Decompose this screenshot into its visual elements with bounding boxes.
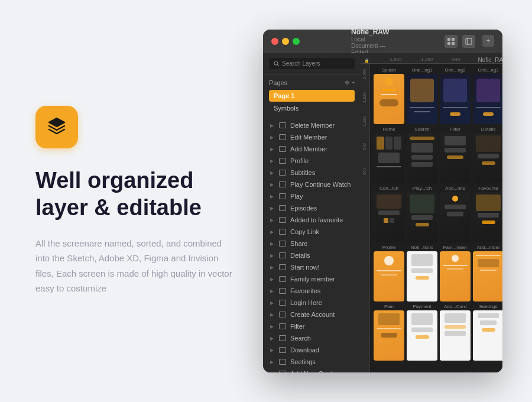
screen-thumbnail[interactable] [407,192,437,242]
list-item[interactable]: ▶ Episodes [267,202,357,214]
frame-icon [278,369,287,372]
screen-label: Filter [450,127,460,132]
page-item-symbols[interactable]: Symbols [269,102,355,114]
screen-label: Search [414,127,429,132]
svg-rect-1 [452,38,455,41]
screen-thumbnail[interactable] [440,133,471,183]
screen-label: Favourite [478,186,498,191]
screen-row: Con...tch [374,186,499,242]
vr-mark: -1,920 [361,87,369,111]
list-item[interactable]: ▶ Start now! [267,261,357,273]
vr-mark: -1,280 [361,111,369,135]
grid-view-icon[interactable] [445,35,458,48]
layer-label: Edit Member [290,134,327,141]
screen-thumbnail[interactable] [440,251,471,302]
vr-mark: -640 [361,135,369,158]
screen-thumbnail[interactable] [407,133,437,183]
layer-label: Play Continue Watch [290,181,351,188]
page-item-page1[interactable]: Page 1 [269,90,355,102]
document-title: Nofie_RAW [351,30,393,36]
screen-thumbnail[interactable] [440,74,471,124]
screen-thumbnail[interactable] [407,74,437,124]
layer-label: Subtitles [290,169,315,176]
screen-thumbnail[interactable] [473,74,502,124]
layer-label: Delete Member [290,122,335,129]
layer-label: Family member [290,275,335,283]
minimize-button[interactable] [282,38,289,45]
list-item[interactable]: ▶ Add New Card [267,368,357,372]
list-item[interactable]: ▶ Copy Link [267,226,357,238]
pages-settings-icon[interactable]: ⚙ [345,80,349,86]
expand-icon: ▶ [270,348,275,352]
screen-label: Add...nite [445,186,465,191]
screen-thumbnail[interactable] [473,310,502,361]
layer-label: Episodes [290,205,317,212]
screen-thumbnail[interactable] [473,251,502,302]
list-item[interactable]: ▶ Add Member [267,143,357,155]
screen-item: Onb...ng1 [407,67,437,124]
screen-thumbnail[interactable] [374,310,404,361]
search-placeholder: Search Layers [282,60,320,67]
list-item[interactable]: ▶ Search [267,332,357,344]
screen-item: Profile [374,245,404,302]
pages-controls: ⚙ + [345,80,355,86]
screen-label: Payment [413,304,432,309]
expand-icon: ▶ [270,182,275,187]
pages-add-icon[interactable]: + [352,80,355,86]
list-item[interactable]: ▶ Details [267,249,357,261]
screen-label: Plan [384,304,394,309]
list-item[interactable]: ▶ Delete Member [267,119,357,131]
component-icon[interactable] [462,35,475,48]
screen-thumbnail[interactable] [407,251,437,302]
list-item[interactable]: ▶ Added to favourite [267,214,357,226]
svg-rect-0 [447,38,450,41]
search-icon [274,61,279,66]
screen-thumbnail[interactable] [407,310,437,361]
list-item[interactable]: ▶ Edit Member [267,131,357,143]
screen-row: Plan Payment [374,304,499,361]
screen-thumbnail[interactable] [374,251,404,302]
maximize-button[interactable] [293,38,300,45]
list-item[interactable]: ▶ Family member [267,273,357,285]
screen-thumbnail[interactable] [374,133,404,183]
screen-item: Notl...tions [407,245,437,302]
search-box[interactable]: Search Layers [269,58,355,69]
list-item[interactable]: ▶ Seetings [267,356,357,368]
frame-icon [278,157,287,165]
frame-icon [278,239,287,248]
list-item[interactable]: ▶ Play [267,190,357,202]
close-button[interactable] [271,38,278,45]
frame-icon [278,168,287,177]
screen-thumbnail[interactable] [473,133,502,183]
list-item[interactable]: ▶ Profile [267,155,357,167]
add-button[interactable]: + [482,35,494,47]
list-item[interactable]: ▶ Play Continue Watch [267,179,357,190]
screen-label: Onb...ng2 [445,67,465,73]
screen-thumbnail[interactable] [374,192,404,242]
traffic-lights [271,38,300,45]
screen-label: Con...tch [379,186,398,191]
list-item[interactable]: ▶ Subtitles [267,167,357,179]
list-item[interactable]: ▶ Share [267,238,357,249]
screen-thumbnail[interactable] [440,192,471,242]
screen-item: Search [407,127,437,183]
layer-label: Login Here [290,299,322,306]
list-item[interactable]: ▶ Filter [267,320,357,332]
screen-thumbnail[interactable] [374,74,404,124]
layer-label: Download [290,346,319,354]
list-item[interactable]: ▶ Favourites [267,285,357,297]
screen-thumbnail[interactable] [473,192,502,242]
list-item[interactable]: ▶ Download [267,344,357,356]
expand-icon: ▶ [270,170,275,175]
expand-icon: ▶ [270,147,275,151]
list-item[interactable]: ▶ Login Here [267,297,357,309]
screen-row: Profile Notl...tions [374,245,499,302]
screen-item: Add...Card [440,304,471,361]
screen-thumbnail[interactable] [440,310,471,361]
canvas-filename: Nofie_RAW [478,57,502,63]
svg-rect-3 [452,42,455,45]
expand-icon: ▶ [270,277,275,281]
window-body: Search Layers Pages ⚙ + Page 1 Symbols [263,53,502,372]
ruler-mark-1: -1,920 [388,57,402,63]
list-item[interactable]: ▶ Create Account [267,309,357,320]
